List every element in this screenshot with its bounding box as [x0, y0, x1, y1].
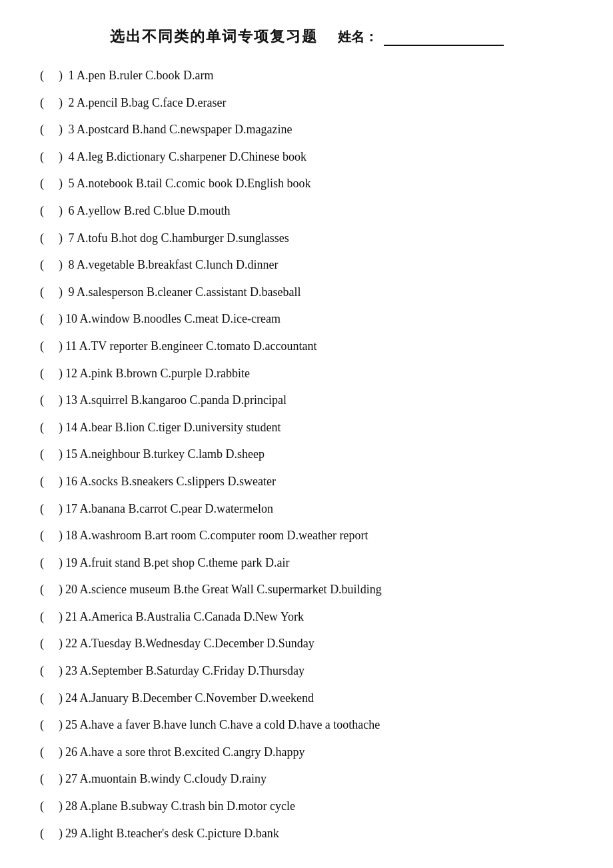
question-item: ( ) 1 A.pen B.ruler C.book D.arm — [40, 65, 573, 86]
question-content: 13 A.squirrel B.kangaroo C.panda D.princ… — [65, 390, 573, 411]
question-content: 4 A.leg B.dictionary C.sharpener D.Chine… — [65, 147, 573, 167]
question-item: ( ) 28 A.plane B.subway C.trash bin D.mo… — [40, 796, 573, 817]
question-item: ( ) 14 A.bear B.lion C.tiger D.universit… — [40, 417, 573, 438]
question-item: ( ) 20 A.science museum B.the Great Wall… — [40, 579, 573, 600]
question-text: A.light B.teacher's desk C.picture D.ban… — [80, 827, 279, 840]
question-number: 15 — [65, 447, 80, 461]
question-content: 9 A.salesperson B.cleaner C.assistant D.… — [65, 282, 573, 303]
question-number: 11 — [65, 339, 79, 353]
question-number: 16 — [65, 475, 80, 488]
question-number: 29 — [65, 827, 80, 840]
question-content: 29 A.light B.teacher's desk C.picture D.… — [65, 823, 573, 844]
question-content: 3 A.postcard B.hand C.newspaper D.magazi… — [65, 119, 573, 140]
question-content: 12 A.pink B.brown C.purple D.rabbite — [65, 363, 573, 384]
paren-bracket: ( ) — [40, 633, 63, 654]
question-text: A.muontain B.windy C.cloudy D.rainy — [80, 772, 267, 785]
question-number: 21 — [65, 610, 80, 623]
question-content: 16 A.socks B.sneakers C.slippers D.sweat… — [65, 471, 573, 492]
question-text: A.leg B.dictionary C.sharpener D.Chinese… — [77, 150, 306, 163]
question-item: ( ) 4 A.leg B.dictionary C.sharpener D.C… — [40, 147, 573, 167]
question-text: A.squirrel B.kangaroo C.panda D.principa… — [80, 393, 287, 407]
paren-bracket: ( ) — [40, 417, 63, 438]
title-row: 选出不同类的单词专项复习题 姓名： — [40, 27, 573, 47]
question-content: 6 A.yellow B.red C.blue D.mouth — [65, 201, 573, 221]
paren-bracket: ( ) — [40, 119, 63, 140]
question-number: 17 — [65, 502, 80, 515]
question-number: 7 — [65, 231, 77, 245]
question-number: 3 — [65, 123, 77, 136]
question-number: 9 — [65, 285, 77, 299]
question-text: A.pen B.ruler C.book D.arm — [77, 69, 213, 82]
question-item: ( ) 10 A.window B.noodles C.meat D.ice-c… — [40, 309, 573, 329]
question-number: 10 — [65, 312, 80, 325]
question-text: A.science museum B.the Great Wall C.supe… — [80, 583, 382, 596]
question-text: A.yellow B.red C.blue D.mouth — [77, 204, 230, 217]
question-number: 24 — [65, 691, 80, 705]
question-item: ( ) 22 A.Tuesday B.Wednesday C.December … — [40, 633, 573, 654]
question-item: ( ) 13 A.squirrel B.kangaroo C.panda D.p… — [40, 390, 573, 411]
question-content: 8 A.vegetable B.breakfast C.lunch D.dinn… — [65, 255, 573, 275]
question-item: ( ) 16 A.socks B.sneakers C.slippers D.s… — [40, 471, 573, 492]
paren-bracket: ( ) — [40, 688, 63, 709]
question-content: 22 A.Tuesday B.Wednesday C.December D.Su… — [65, 633, 573, 654]
question-content: 18 A.washroom B.art room C.computer room… — [65, 525, 573, 546]
paren-bracket: ( ) — [40, 65, 63, 86]
question-item: ( ) 19 A.fruit stand B.pet shop C.theme … — [40, 553, 573, 573]
question-content: 26 A.have a sore throt B.excited C.angry… — [65, 742, 573, 763]
question-item: ( ) 18 A.washroom B.art room C.computer … — [40, 525, 573, 546]
question-list: ( ) 1 A.pen B.ruler C.book D.arm ( ) 2 A… — [40, 65, 573, 843]
question-number: 5 — [65, 177, 77, 190]
question-text: A.tofu B.hot dog C.hamburger D.sunglasse… — [77, 231, 289, 245]
question-text: A.window B.noodles C.meat D.ice-cream — [80, 312, 281, 325]
question-text: A.vegetable B.breakfast C.lunch D.dinner — [77, 258, 278, 271]
paren-bracket: ( ) — [40, 796, 63, 817]
paren-bracket: ( ) — [40, 309, 63, 329]
question-item: ( ) 27 A.muontain B.windy C.cloudy D.rai… — [40, 769, 573, 789]
paren-bracket: ( ) — [40, 579, 63, 600]
paren-bracket: ( ) — [40, 742, 63, 763]
question-item: ( ) 12 A.pink B.brown C.purple D.rabbite — [40, 363, 573, 384]
question-text: A.America B.Australia C.Canada D.New Yor… — [80, 610, 304, 623]
question-item: ( ) 9 A.salesperson B.cleaner C.assistan… — [40, 282, 573, 303]
paren-bracket: ( ) — [40, 173, 63, 194]
question-text: A.September B.Saturday C.Friday D.Thursd… — [80, 664, 305, 677]
question-item: ( ) 21 A.America B.Australia C.Canada D.… — [40, 607, 573, 627]
question-number: 12 — [65, 367, 80, 380]
question-content: 5 A.notebook B.tail C.comic book D.Engli… — [65, 173, 573, 194]
name-label: 姓名： — [338, 28, 504, 46]
question-number: 28 — [65, 799, 80, 813]
question-number: 8 — [65, 258, 77, 271]
question-item: ( ) 8 A.vegetable B.breakfast C.lunch D.… — [40, 255, 573, 275]
question-content: 23 A.September B.Saturday C.Friday D.Thu… — [65, 661, 573, 681]
paren-bracket: ( ) — [40, 607, 63, 627]
question-text: A.neighbour B.turkey C.lamb D.sheep — [80, 447, 265, 461]
question-item: ( ) 29 A.light B.teacher's desk C.pictur… — [40, 823, 573, 844]
paren-bracket: ( ) — [40, 715, 63, 735]
question-content: 21 A.America B.Australia C.Canada D.New … — [65, 607, 573, 627]
question-text: A.socks B.sneakers C.slippers D.sweater — [80, 475, 276, 488]
question-item: ( ) 6 A.yellow B.red C.blue D.mouth — [40, 201, 573, 221]
question-number: 2 — [65, 96, 77, 109]
question-text: A.TV reporter B.engineer C.tomato D.acco… — [79, 339, 317, 353]
question-content: 10 A.window B.noodles C.meat D.ice-cream — [65, 309, 573, 329]
question-content: 20 A.science museum B.the Great Wall C.s… — [65, 579, 573, 600]
question-item: ( ) 5 A.notebook B.tail C.comic book D.E… — [40, 173, 573, 194]
question-number: 20 — [65, 583, 80, 596]
question-text: A.salesperson B.cleaner C.assistant D.ba… — [77, 285, 301, 299]
paren-bracket: ( ) — [40, 363, 63, 384]
question-text: A.banana B.carrot C.pear D.watermelon — [80, 502, 273, 515]
question-text: A.have a sore throt B.excited C.angry D.… — [80, 745, 305, 759]
question-content: 14 A.bear B.lion C.tiger D.university st… — [65, 417, 573, 438]
question-number: 22 — [65, 637, 80, 650]
question-number: 13 — [65, 393, 80, 407]
paren-bracket: ( ) — [40, 147, 63, 167]
question-item: ( ) 15 A.neighbour B.turkey C.lamb D.she… — [40, 444, 573, 465]
question-number: 1 — [65, 69, 77, 82]
question-text: A.plane B.subway C.trash bin D.motor cyc… — [80, 799, 295, 813]
question-text: A.postcard B.hand C.newspaper D.magazine — [77, 123, 292, 136]
paren-bracket: ( ) — [40, 499, 63, 519]
question-number: 14 — [65, 421, 80, 434]
question-item: ( ) 17 A.banana B.carrot C.pear D.waterm… — [40, 499, 573, 519]
question-content: 24 A.January B.December C.November D.wee… — [65, 688, 573, 709]
question-content: 17 A.banana B.carrot C.pear D.watermelon — [65, 499, 573, 519]
